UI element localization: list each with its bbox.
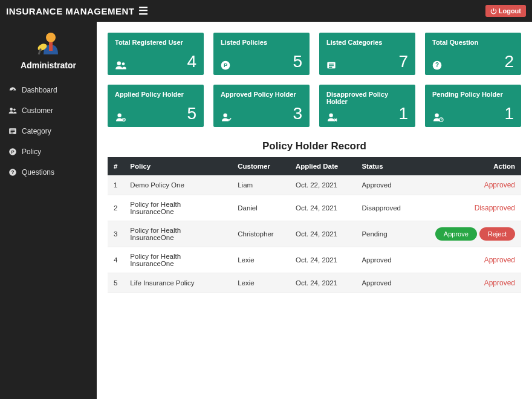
col-status: Status xyxy=(355,157,414,175)
users-icon xyxy=(115,60,127,70)
cell-date: Oct. 24, 2021 xyxy=(290,247,355,273)
cell-index: 4 xyxy=(108,247,124,273)
card-value: 5 xyxy=(187,105,196,122)
card-value: 2 xyxy=(504,53,514,70)
user-x-icon xyxy=(326,112,339,122)
cell-index: 1 xyxy=(108,175,124,195)
svg-point-16 xyxy=(117,62,121,65)
svg-point-28 xyxy=(123,119,125,120)
card-title: Pending Policy Holder xyxy=(432,91,514,98)
cell-index: 2 xyxy=(108,195,124,221)
power-icon xyxy=(490,8,497,15)
svg-point-17 xyxy=(122,62,125,65)
reject-button[interactable]: Reject xyxy=(479,227,515,241)
dashboard-icon xyxy=(8,86,17,94)
sidebar-item-customer[interactable]: Customer xyxy=(0,100,97,121)
logout-button[interactable]: Logout xyxy=(485,5,526,17)
table-header-row: # Policy Customer Applied Date Status Ac… xyxy=(108,157,521,175)
table-row: 1Demo Policy OneLiamOct. 22, 2021Approve… xyxy=(108,175,521,195)
table-row: 5Life Insurance PolicyLexieOct. 24, 2021… xyxy=(108,273,521,293)
cell-index: 3 xyxy=(108,221,124,247)
card-value: 1 xyxy=(504,105,514,122)
table-row: 4Policy for Health InsuranceOneLexieOct.… xyxy=(108,247,521,273)
p-circle-icon: P xyxy=(8,148,17,156)
sidebar-item-label: Dashboard xyxy=(22,86,57,94)
card-listed-categories[interactable]: Listed Categories 7 xyxy=(319,33,415,75)
question-icon: ? xyxy=(8,168,17,177)
user-role-label: Administrator xyxy=(21,60,76,70)
svg-text:?: ? xyxy=(11,170,15,175)
cell-customer: Lexie xyxy=(232,273,290,293)
sidebar-item-category[interactable]: Category xyxy=(0,121,97,141)
nav-list: Dashboard Customer Category P Policy ? Q… xyxy=(0,80,97,183)
action-status-text: Approved xyxy=(484,181,515,189)
cell-date: Oct. 22, 2021 xyxy=(290,175,355,195)
card-listed-policies[interactable]: Listed Policies P 5 xyxy=(213,33,310,75)
card-title: Total Question xyxy=(432,39,514,46)
stat-cards: Total Registered User 4 Listed Policies … xyxy=(108,33,521,127)
avatar xyxy=(35,30,62,57)
card-value: 4 xyxy=(187,53,196,70)
topbar: INSURANCE MANAGEMENT ☰ Logout xyxy=(0,0,532,22)
card-total-registered-user[interactable]: Total Registered User 4 xyxy=(108,33,204,75)
cell-action: Approved xyxy=(414,175,521,195)
card-disapproved-policy-holder[interactable]: Disapproved Policy Holder 1 xyxy=(319,85,415,127)
p-circle-icon: P xyxy=(221,60,230,70)
cell-customer: Christopher xyxy=(232,221,290,247)
user-gear-icon xyxy=(115,112,127,122)
table-row: 2Policy for Health InsuranceOneDanielOct… xyxy=(108,195,521,221)
action-status-text: Approved xyxy=(484,279,515,287)
sidebar-item-label: Customer xyxy=(22,106,53,115)
card-title: Applied Policy Holder xyxy=(115,91,196,98)
card-total-question[interactable]: Total Question ? 2 xyxy=(425,33,521,75)
svg-text:P: P xyxy=(224,62,227,68)
card-applied-policy-holder[interactable]: Applied Policy Holder 5 xyxy=(108,85,204,127)
cell-policy: Policy for Health InsuranceOne xyxy=(124,247,232,273)
card-title: Disapproved Policy Holder xyxy=(326,91,408,105)
card-title: Approved Policy Holder xyxy=(221,91,302,98)
menu-toggle-icon[interactable]: ☰ xyxy=(138,5,149,16)
svg-point-31 xyxy=(435,114,438,117)
card-value: 5 xyxy=(293,53,302,70)
cell-customer: Liam xyxy=(232,175,290,195)
svg-point-6 xyxy=(10,108,13,111)
approve-button[interactable]: Approve xyxy=(435,227,477,241)
sidebar-item-policy[interactable]: P Policy xyxy=(0,141,97,162)
cell-status: Approved xyxy=(355,175,414,195)
cell-action: Approved xyxy=(414,247,521,273)
cell-customer: Daniel xyxy=(232,195,290,221)
table-title: Policy Holder Record xyxy=(108,140,521,152)
sidebar-item-questions[interactable]: ? Questions xyxy=(0,162,97,183)
card-approved-policy-holder[interactable]: Approved Policy Holder 3 xyxy=(213,85,310,127)
user-clock-icon xyxy=(432,112,444,122)
col-applied-date: Applied Date xyxy=(290,157,355,175)
cell-customer: Lexie xyxy=(232,247,290,273)
svg-point-7 xyxy=(13,109,16,111)
cell-policy: Policy for Health InsuranceOne xyxy=(124,195,232,221)
col-policy: Policy xyxy=(124,157,232,175)
card-value: 3 xyxy=(293,105,302,122)
card-title: Listed Policies xyxy=(221,39,302,46)
table-row: 3Policy for Health InsuranceOneChristoph… xyxy=(108,221,521,247)
brand: INSURANCE MANAGEMENT ☰ xyxy=(6,5,148,16)
action-status-text: Disapproved xyxy=(475,204,515,212)
cell-date: Oct. 24, 2021 xyxy=(290,195,355,221)
brand-text: INSURANCE MANAGEMENT xyxy=(6,6,135,16)
card-pending-policy-holder[interactable]: Pending Policy Holder 1 xyxy=(425,85,521,127)
logout-label: Logout xyxy=(499,7,521,15)
svg-point-30 xyxy=(329,114,332,117)
cell-policy: Demo Policy One xyxy=(124,175,232,195)
policy-holder-table: # Policy Customer Applied Date Status Ac… xyxy=(108,157,521,293)
cell-policy: Policy for Health InsuranceOne xyxy=(124,221,232,247)
cell-policy: Life Insurance Policy xyxy=(124,273,232,293)
col-action: Action xyxy=(414,157,521,175)
card-value: 7 xyxy=(398,53,408,70)
svg-rect-1 xyxy=(49,42,53,51)
card-title: Listed Categories xyxy=(326,39,408,46)
sidebar: Administrator Dashboard Customer Categor… xyxy=(0,22,97,399)
cell-status: Approved xyxy=(355,247,414,273)
user-check-icon xyxy=(221,112,233,122)
sidebar-item-dashboard[interactable]: Dashboard xyxy=(0,80,97,100)
list-icon xyxy=(8,127,17,135)
sidebar-item-label: Policy xyxy=(22,148,41,156)
